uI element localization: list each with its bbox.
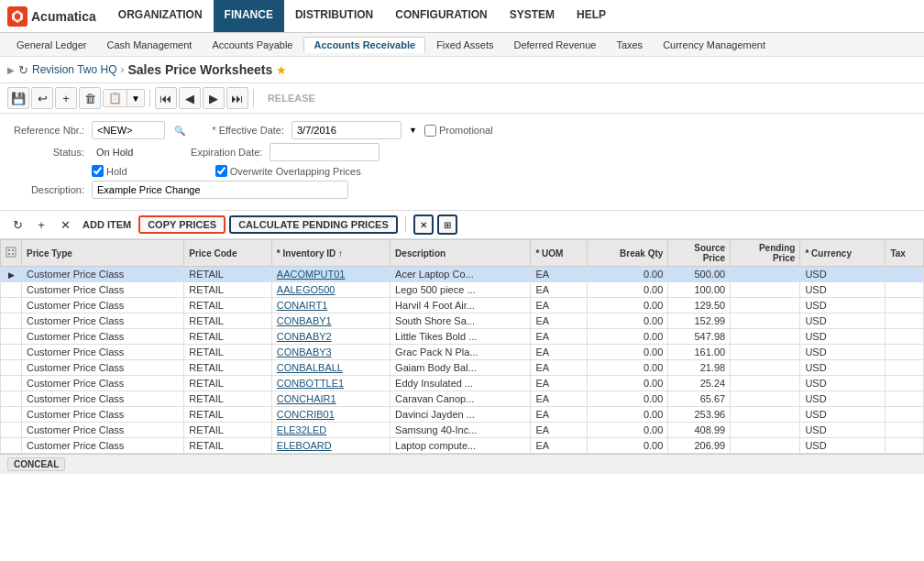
grid-add-button[interactable]: + [31,214,51,235]
inventory-id-cell[interactable]: AACOMPUT01 [271,267,390,282]
release-button[interactable]: RELEASE [258,90,324,106]
promotional-checkbox[interactable] [424,125,436,137]
nav-deferred-revenue[interactable]: Deferred Revenue [504,38,605,52]
next-record-button[interactable]: ▶ [203,87,225,109]
currency-cell: USD [800,345,886,360]
break-qty-cell: 0.00 [588,298,668,314]
row-selector[interactable] [1,298,22,314]
inventory-id-cell[interactable]: CONAIRT1 [271,298,390,314]
table-row[interactable]: Customer Price Class RETAIL CONBOTTLE1 E… [1,376,924,391]
save-button[interactable]: 💾 [7,87,29,109]
inventory-id-cell[interactable]: CONCHAIR1 [271,391,390,407]
refresh-icon[interactable]: ↻ [18,63,28,77]
inventory-id-cell[interactable]: CONBABY2 [271,329,390,345]
source-price-cell: 25.24 [668,376,731,391]
promotional-checkbox-label[interactable]: Promotional [424,125,493,137]
row-selector[interactable] [1,360,22,376]
conceal-button[interactable]: CONCEAL [7,457,65,471]
copy-prices-button[interactable]: COPY PRICES [138,215,226,234]
grid-delete-button[interactable]: ✕ [55,214,75,235]
nav-taxes[interactable]: Taxes [607,38,652,52]
uom-cell: EA [531,267,588,282]
nav-general-ledger[interactable]: General Ledger [7,38,95,52]
row-selector[interactable] [1,345,22,360]
row-selector[interactable]: ▶ [1,267,22,282]
table-row[interactable]: ▶ Customer Price Class RETAIL AACOMPUT01… [1,267,924,282]
row-selector[interactable] [1,314,22,329]
inventory-id-cell[interactable]: CONBABY1 [271,314,390,329]
overwrite-checkbox[interactable] [215,165,227,177]
nav-accounts-payable[interactable]: Accounts Payable [203,38,302,52]
nav-item-system[interactable]: SYSTEM [499,0,566,32]
nav-item-help[interactable]: HELP [566,0,617,32]
add-button[interactable]: + [55,87,77,109]
nav-item-distribution[interactable]: DISTRIBUTION [284,0,384,32]
clear-filter-button[interactable]: ✕ [413,214,434,235]
nav-item-configuration[interactable]: CONFIGURATION [384,0,498,32]
first-record-button[interactable]: ⏮ [155,87,177,109]
nav-item-finance[interactable]: FINANCE [214,0,284,32]
breadcrumb-collapse-arrow[interactable]: ▶ [7,65,15,75]
delete-button[interactable]: 🗑 [79,87,101,109]
table-row[interactable]: Customer Price Class RETAIL AALEGO500 Le… [1,282,924,298]
table-row[interactable]: Customer Price Class RETAIL CONBABY2 Lit… [1,329,924,345]
table-row[interactable]: Customer Price Class RETAIL ELEBOARD Lap… [1,438,924,454]
copy-split-button[interactable]: 📋 ▼ [103,89,145,107]
nav-item-organization[interactable]: ORGANIZATION [107,0,214,32]
table-row[interactable]: Customer Price Class RETAIL ELE32LED Sam… [1,423,924,438]
price-code-cell: RETAIL [184,329,272,345]
fit-columns-button[interactable]: ⊞ [437,214,457,235]
page-title: Sales Price Worksheets [127,62,272,77]
table-row[interactable]: Customer Price Class RETAIL CONCRIB01 Da… [1,407,924,423]
data-table-container: Price Type Price Code * Inventory ID ↑ D… [0,239,924,454]
nav-currency-management[interactable]: Currency Management [654,38,775,52]
overwrite-checkbox-label[interactable]: Overwrite Overlapping Prices [215,165,361,177]
copy-dropdown-arrow[interactable]: ▼ [127,90,144,106]
grid-toolbar: ↻ + ✕ ADD ITEM COPY PRICES CALCULATE PEN… [0,211,924,239]
copy-button[interactable]: 📋 [104,90,127,106]
row-selector[interactable] [1,423,22,438]
row-selector[interactable] [1,376,22,391]
inventory-id-cell[interactable]: CONBALBALL [271,360,390,376]
uom-cell: EA [531,329,588,345]
prev-record-button[interactable]: ◀ [179,87,201,109]
effective-date-dropdown-icon[interactable]: ▼ [409,126,417,135]
nav-fixed-assets[interactable]: Fixed Assets [427,38,502,52]
row-selector[interactable] [1,329,22,345]
reference-nbr-input[interactable] [92,121,165,139]
col-header-inventory-id[interactable]: * Inventory ID ↑ [271,240,390,267]
price-type-cell: Customer Price Class [22,391,184,407]
inventory-id-cell[interactable]: ELE32LED [271,423,390,438]
expiration-date-input[interactable] [270,143,380,161]
add-item-button[interactable]: ADD ITEM [79,217,135,232]
breadcrumb-parent[interactable]: Revision Two HQ [32,63,116,76]
table-row[interactable]: Customer Price Class RETAIL CONAIRT1 Har… [1,298,924,314]
row-selector[interactable] [1,407,22,423]
table-row[interactable]: Customer Price Class RETAIL CONBABY1 Sou… [1,314,924,329]
last-record-button[interactable]: ⏭ [226,87,248,109]
favorite-star-icon[interactable]: ★ [276,63,287,77]
inventory-id-cell[interactable]: CONBOTTLE1 [271,376,390,391]
inventory-id-cell[interactable]: ELEBOARD [271,438,390,454]
hold-checkbox-label[interactable]: Hold [92,165,127,177]
effective-date-input[interactable] [292,121,402,139]
table-row[interactable]: Customer Price Class RETAIL CONCHAIR1 Ca… [1,391,924,407]
hold-checkbox[interactable] [92,165,104,177]
description-input[interactable] [92,181,348,199]
calculate-pending-prices-button[interactable]: CALCULATE PENDING PRICES [229,215,398,234]
description-cell: Acer Laptop Co... [390,267,531,282]
table-row[interactable]: Customer Price Class RETAIL CONBALBALL G… [1,360,924,376]
row-selector[interactable] [1,391,22,407]
nav-cash-management[interactable]: Cash Management [97,38,201,52]
table-row[interactable]: Customer Price Class RETAIL CONBABY3 Gra… [1,345,924,360]
grid-refresh-button[interactable]: ↻ [7,214,28,235]
undo-button[interactable]: ↩ [31,87,53,109]
inventory-id-cell[interactable]: AALEGO500 [271,282,390,298]
row-selector[interactable] [1,282,22,298]
inventory-id-cell[interactable]: CONBABY3 [271,345,390,360]
row-selector[interactable] [1,438,22,454]
uom-cell: EA [531,314,588,329]
reference-nbr-search-icon[interactable]: 🔍 [174,126,185,136]
inventory-id-cell[interactable]: CONCRIB01 [271,407,390,423]
nav-accounts-receivable[interactable]: Accounts Receivable [303,37,425,53]
